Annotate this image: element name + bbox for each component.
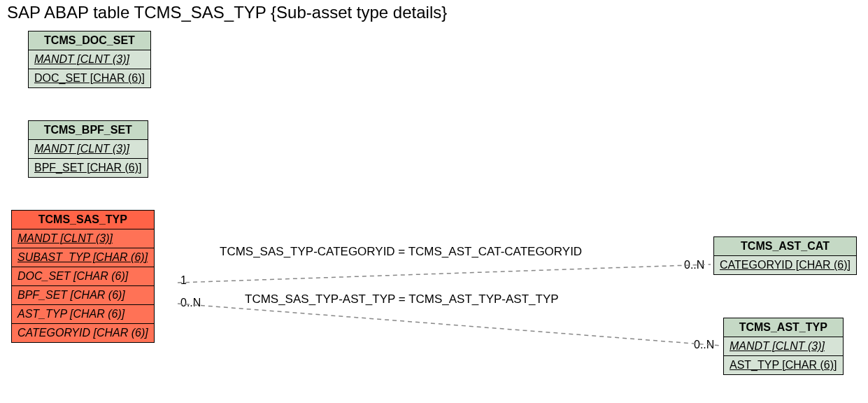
table-row: AST_TYP [CHAR (6)]	[724, 356, 844, 375]
table-row: BPF_SET [CHAR (6)]	[29, 159, 148, 178]
table-row: AST_TYP [CHAR (6)]	[12, 305, 155, 324]
cardinality-label: 0..N	[684, 259, 704, 271]
table-row: SUBAST_TYP [CHAR (6)]	[12, 248, 155, 267]
table-tcms-bpf-set: TCMS_BPF_SET MANDT [CLNT (3)] BPF_SET [C…	[28, 120, 148, 178]
relation-label: TCMS_SAS_TYP-CATEGORYID = TCMS_AST_CAT-C…	[220, 245, 582, 259]
table-tcms-ast-typ: TCMS_AST_TYP MANDT [CLNT (3)] AST_TYP [C…	[723, 318, 844, 375]
table-header: TCMS_AST_TYP	[724, 318, 844, 337]
table-row: DOC_SET [CHAR (6)]	[12, 267, 155, 286]
table-row: CATEGORYID [CHAR (6)]	[714, 256, 857, 275]
cardinality-label: 0..N	[180, 297, 201, 309]
relation-label: TCMS_SAS_TYP-AST_TYP = TCMS_AST_TYP-AST_…	[245, 292, 559, 306]
table-row: BPF_SET [CHAR (6)]	[12, 286, 155, 305]
cardinality-label: 0..N	[694, 339, 714, 351]
table-header: TCMS_AST_CAT	[714, 237, 857, 256]
table-header: TCMS_BPF_SET	[29, 121, 148, 140]
table-tcms-ast-cat: TCMS_AST_CAT CATEGORYID [CHAR (6)]	[713, 236, 857, 275]
table-row: MANDT [CLNT (3)]	[29, 50, 151, 69]
table-header: TCMS_SAS_TYP	[12, 211, 155, 229]
table-row: MANDT [CLNT (3)]	[12, 229, 155, 248]
cardinality-label: 1	[180, 274, 187, 287]
table-row: DOC_SET [CHAR (6)]	[29, 69, 151, 88]
table-row: CATEGORYID [CHAR (6)]	[12, 324, 155, 343]
table-tcms-sas-typ: TCMS_SAS_TYP MANDT [CLNT (3)] SUBAST_TYP…	[11, 210, 155, 343]
svg-line-1	[178, 304, 720, 346]
table-row: MANDT [CLNT (3)]	[724, 337, 844, 356]
svg-line-0	[178, 264, 711, 283]
table-header: TCMS_DOC_SET	[29, 31, 151, 50]
page-title: SAP ABAP table TCMS_SAS_TYP {Sub-asset t…	[7, 3, 447, 22]
table-row: MANDT [CLNT (3)]	[29, 140, 148, 159]
table-tcms-doc-set: TCMS_DOC_SET MANDT [CLNT (3)] DOC_SET [C…	[28, 31, 151, 88]
